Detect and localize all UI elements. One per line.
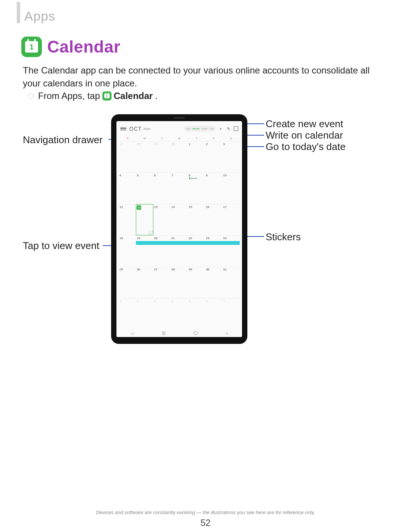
calendar-day-cell[interactable]: 2 (205, 141, 222, 173)
event-bar-label: Vacation (136, 244, 144, 247)
callout-navigation-drawer: Navigation drawer (23, 134, 103, 146)
calendar-app-icon: 1 (21, 37, 42, 57)
day-number: 2 (206, 142, 207, 146)
nav-home-icon[interactable] (194, 331, 198, 335)
calendar-day-cell[interactable]: 16 (205, 204, 222, 235)
dow-cell: M (136, 137, 153, 140)
calendar-day-cell[interactable]: 24 (223, 235, 240, 267)
view-year[interactable]: Year (186, 128, 190, 130)
view-month[interactable]: Month (193, 128, 199, 130)
calendar-day-cell[interactable]: 12 (136, 204, 153, 235)
day-number: 7 (223, 299, 225, 303)
tablet-device: OCT 2020 Year Month Week Day + ✎ S M T (111, 114, 247, 344)
calendar-day-cell[interactable]: 17 (223, 204, 240, 235)
hamburger-menu-icon[interactable] (120, 127, 126, 131)
day-number: 31 (223, 268, 227, 271)
calendar-day-cell[interactable]: 10 (223, 173, 240, 204)
calendar-day-cell[interactable]: 3 (153, 298, 170, 329)
calendar-day-cell[interactable]: 4 (170, 298, 188, 329)
dow-cell: S (223, 137, 240, 140)
calendar-day-cell[interactable]: 25 (119, 267, 136, 298)
calendar-day-cell[interactable]: 30 (170, 141, 188, 173)
day-number: 27 (154, 268, 158, 271)
calendar-day-cell[interactable]: 26 (136, 267, 153, 298)
calendar-day-cell[interactable]: 2 (136, 298, 153, 329)
calendar-day-cell[interactable]: 13 (153, 204, 170, 235)
calendar-day-cell[interactable]: 15 (188, 204, 205, 235)
day-number: 24 (223, 236, 227, 240)
day-of-week-header: S M T W T F S (116, 136, 242, 141)
pencil-icon[interactable]: ✎ (226, 126, 231, 131)
view-day[interactable]: Day (210, 128, 214, 130)
event-chip[interactable]: Meeting (189, 177, 205, 179)
calendar-day-cell[interactable]: 11 (119, 204, 136, 235)
day-number: 9 (206, 174, 207, 177)
figure: Navigation drawer Tap to view event Crea… (23, 114, 388, 358)
calendar-day-cell[interactable]: 7 (223, 298, 240, 329)
day-number: 1 (119, 299, 121, 303)
day-number: 6 (206, 299, 207, 303)
day-number: 19 (137, 236, 140, 240)
day-number: 30 (171, 142, 175, 146)
calendar-day-cell[interactable]: 23 (205, 235, 222, 267)
nav-back-icon[interactable] (226, 330, 228, 336)
calendar-day-cell[interactable]: 27 (119, 141, 136, 173)
calendar-day-cell[interactable]: 28 (170, 267, 188, 298)
calendar-day-cell[interactable]: 14 (170, 204, 188, 235)
calendar-day-cell[interactable]: 5 (188, 298, 205, 329)
calendar-day-cell[interactable]: 6 (153, 173, 170, 204)
calendar-day-cell[interactable]: 6 (205, 298, 222, 329)
day-number: 4 (119, 174, 121, 177)
disclaimer-text: Devices and software are constantly evol… (0, 510, 411, 515)
calendar-day-cell[interactable]: 29 (188, 267, 205, 298)
view-week[interactable]: Week (202, 128, 207, 130)
calendar-day-cell[interactable]: 28 (136, 141, 153, 173)
current-month-label: OCT (129, 126, 142, 132)
day-number: 21 (171, 236, 175, 240)
day-number: 23 (206, 236, 209, 240)
sticker-icon[interactable] (149, 231, 153, 235)
day-number: 15 (189, 205, 192, 209)
nav-recents-icon[interactable] (162, 331, 165, 335)
calendar-day-cell[interactable]: 1 (119, 298, 136, 329)
calendar-day-cell[interactable]: 7 (170, 173, 188, 204)
day-number: 7 (171, 174, 173, 177)
calendar-day-cell[interactable]: 18 (119, 235, 136, 267)
tablet-screen: OCT 2020 Year Month Week Day + ✎ S M T (116, 121, 242, 337)
day-number: 16 (206, 205, 209, 209)
instruction-prefix: From Apps, tap (38, 91, 100, 101)
bullet-icon (28, 93, 33, 99)
calendar-day-cell[interactable]: 8Meeting (188, 173, 205, 204)
day-number: 28 (171, 268, 175, 271)
dow-cell: W (170, 137, 188, 140)
calendar-day-cell[interactable]: 22 (188, 235, 205, 267)
calendar-app-icon-day: 1 (25, 41, 38, 53)
calendar-day-cell[interactable]: 1 (188, 141, 205, 173)
calendar-day-cell[interactable]: 21 (170, 235, 188, 267)
day-number: 5 (137, 174, 138, 177)
calendar-day-cell[interactable]: 4 (119, 173, 136, 204)
calendar-day-cell[interactable]: 30 (205, 267, 222, 298)
instruction-app-name: Calendar (114, 91, 153, 101)
calendar-top-bar: OCT 2020 Year Month Week Day + ✎ (116, 121, 242, 136)
callout-create-new-event: Create new event (266, 118, 343, 130)
page-number: 52 (0, 518, 411, 528)
calendar-day-cell[interactable]: 5 (136, 173, 153, 204)
calendar-day-cell[interactable]: 9 (205, 173, 222, 204)
callout-stickers: Stickers (266, 231, 301, 243)
view-segmented-control[interactable]: Year Month Week Day (184, 126, 215, 132)
calendar-day-cell[interactable]: 29 (153, 141, 170, 173)
calendar-day-cell[interactable]: 27 (153, 267, 170, 298)
calendar-day-cell[interactable]: 20 (153, 235, 170, 267)
calendar-day-cell[interactable]: 31 (223, 267, 240, 298)
day-number: 4 (171, 299, 173, 303)
multi-day-event-bar[interactable]: Vacation (136, 241, 240, 245)
calendar-day-cell[interactable]: 3 (223, 141, 240, 173)
calendar-day-cell[interactable]: 19 (136, 235, 153, 267)
today-icon[interactable] (234, 126, 238, 131)
calendar-mini-icon-day: 1 (104, 94, 110, 98)
day-number: 18 (119, 236, 123, 240)
add-event-icon[interactable]: + (218, 126, 223, 131)
nav-screenshot-icon[interactable] (131, 331, 134, 335)
calendar-month-grid: 2728293012345678Meeting91011121314151617… (116, 141, 242, 329)
